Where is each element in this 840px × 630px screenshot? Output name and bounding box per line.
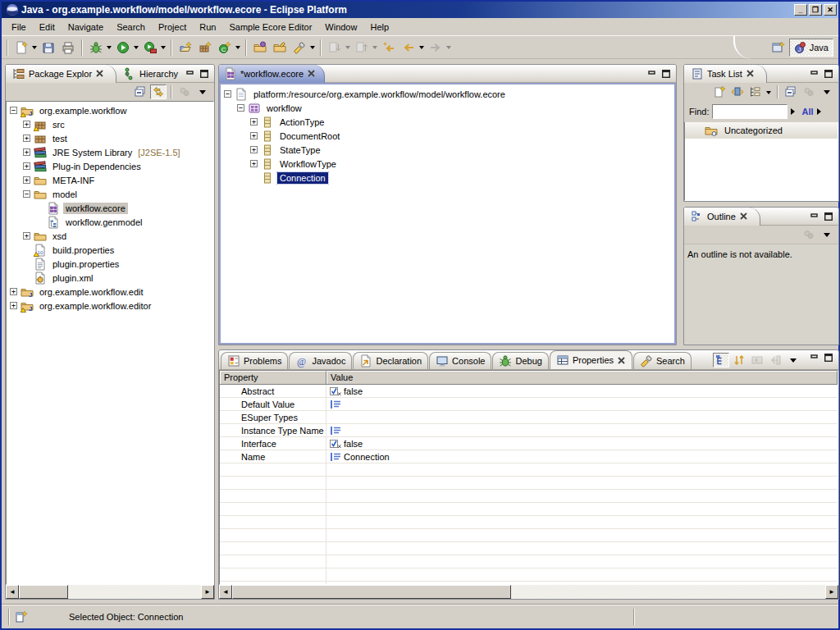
tree-mode-button[interactable] <box>713 353 729 368</box>
view-menu-icon[interactable] <box>819 84 835 99</box>
new-task-button[interactable] <box>711 84 728 99</box>
table-row-empty[interactable] <box>220 463 838 477</box>
menu-file[interactable]: File <box>5 21 33 34</box>
open-type-button[interactable] <box>250 38 270 57</box>
table-row-abstract[interactable]: Abstractfalse <box>220 385 838 398</box>
bottom-hscrollbar[interactable]: ◄ ► <box>219 585 838 599</box>
collapse-toggle-icon[interactable]: − <box>10 107 17 114</box>
editor-item-actiontype[interactable]: +ActionType <box>221 115 674 129</box>
search-button[interactable] <box>290 38 309 57</box>
minimize-view-icon[interactable] <box>809 353 820 363</box>
maximize-view-icon[interactable] <box>199 69 210 79</box>
expand-toggle-icon[interactable]: + <box>250 146 258 153</box>
package-explorer-item-test[interactable]: +test <box>7 131 213 145</box>
debug-button[interactable] <box>86 38 106 57</box>
expand-toggle-icon[interactable]: + <box>250 160 258 167</box>
table-row-empty[interactable] <box>220 529 838 542</box>
save-button[interactable] <box>39 38 58 57</box>
next-annotation-button[interactable] <box>325 38 345 57</box>
tab-properties[interactable]: Properties <box>550 350 632 369</box>
previous-annotation-dropdown-icon[interactable] <box>372 46 377 52</box>
minimize-view-icon[interactable] <box>809 69 820 79</box>
back-button[interactable] <box>399 38 418 57</box>
expand-toggle-icon[interactable]: + <box>23 232 30 240</box>
filter-button[interactable] <box>801 227 817 242</box>
table-row-empty[interactable] <box>220 542 838 555</box>
expand-toggle-icon[interactable]: + <box>23 135 30 142</box>
column-header-value[interactable]: Value <box>326 371 838 384</box>
expand-toggle-icon[interactable]: + <box>250 118 258 126</box>
package-explorer-item-org-example-workflow-edit[interactable]: +Jorg.example.workflow.edit <box>7 285 213 299</box>
minimize-view-icon[interactable] <box>809 212 820 221</box>
expand-toggle-icon[interactable]: + <box>250 132 258 139</box>
expand-toggle-icon[interactable]: + <box>10 302 17 309</box>
new-wizard-dropdown-icon[interactable] <box>32 46 37 52</box>
collapse-toggle-icon[interactable]: − <box>224 90 231 98</box>
tab-task-list[interactable]: Task List <box>684 65 767 83</box>
package-explorer-item-xsd[interactable]: +xsd <box>7 229 213 243</box>
new-emf-project-button[interactable] <box>176 38 195 57</box>
editor-item-statetype[interactable]: +StateType <box>221 143 674 157</box>
tab-package-explorer[interactable]: Package Explor <box>6 65 116 83</box>
tab-declaration[interactable]: Declaration <box>353 352 428 369</box>
tab-debug[interactable]: Debug <box>492 352 548 369</box>
menu-project[interactable]: Project <box>152 21 193 34</box>
tab-outline[interactable]: Outline <box>684 208 760 226</box>
run-button[interactable] <box>113 38 133 57</box>
link-with-editor-button[interactable] <box>150 84 167 99</box>
table-row-empty[interactable] <box>220 503 838 516</box>
editor-item-connection[interactable]: Connection <box>221 171 674 185</box>
categorize-button[interactable] <box>747 84 764 99</box>
scroll-thumb[interactable] <box>232 585 511 599</box>
close-icon[interactable] <box>746 69 755 78</box>
table-row-empty[interactable] <box>220 582 838 584</box>
table-row-empty[interactable] <box>220 477 838 490</box>
java-perspective-button[interactable]: J Java <box>789 39 833 57</box>
run-dropdown-icon[interactable] <box>134 46 139 52</box>
open-perspective-button[interactable] <box>768 39 789 56</box>
scroll-thumb[interactable] <box>19 585 68 599</box>
table-row-empty[interactable] <box>220 555 838 568</box>
package-explorer-item-meta-inf[interactable]: +META-INF <box>7 173 213 187</box>
package-explorer-item-model[interactable]: −model <box>7 187 213 201</box>
find-input[interactable] <box>712 104 788 119</box>
close-icon[interactable] <box>95 69 104 78</box>
next-annotation-dropdown-icon[interactable] <box>345 46 350 52</box>
view-menu-icon[interactable] <box>194 84 211 99</box>
tab-problems[interactable]: Problems <box>221 352 288 369</box>
package-explorer-item-plug-in-dependencies[interactable]: +Plug-in Dependencies <box>7 159 213 173</box>
editor-item-workflow[interactable]: −workflow <box>221 101 674 115</box>
view-menu-icon[interactable] <box>785 353 801 368</box>
scroll-left-icon[interactable]: ◄ <box>219 585 232 599</box>
external-tools-button[interactable] <box>140 38 160 57</box>
table-row-interface[interactable]: Interfacefalse <box>220 437 838 450</box>
editor-item-platform-resource-org-example-workflow-model-workflow-ecore[interactable]: −platform:/resource/org.example.workflow… <box>221 87 674 101</box>
menu-search[interactable]: Search <box>110 21 152 34</box>
menu-navigate[interactable]: Navigate <box>62 21 110 34</box>
package-explorer-item-plugin-properties[interactable]: plugin.properties <box>7 257 213 271</box>
fast-view-icon[interactable] <box>15 610 28 623</box>
tab-hierarchy[interactable]: Hierarchy <box>116 65 185 83</box>
table-row-empty[interactable] <box>220 516 838 529</box>
scroll-left-icon[interactable]: ◄ <box>6 585 19 599</box>
minimize-window-button[interactable]: _ <box>794 4 807 16</box>
package-explorer-hscrollbar[interactable]: ◄ ► <box>6 585 214 599</box>
sort-button[interactable] <box>731 353 747 368</box>
all-scope-arrow-icon[interactable] <box>817 108 824 115</box>
menu-edit[interactable]: Edit <box>33 21 62 34</box>
table-row-default-value[interactable]: Default Value <box>220 398 838 411</box>
new-class-dropdown-icon[interactable] <box>235 46 240 52</box>
package-explorer-item-org-example-workflow-editor[interactable]: +Jorg.example.workflow.editor <box>7 299 213 313</box>
collapse-all-button[interactable] <box>783 84 799 99</box>
menu-run[interactable]: Run <box>193 21 222 34</box>
collapse-toggle-icon[interactable]: − <box>237 104 244 112</box>
synchronize-button[interactable] <box>729 84 746 99</box>
filter-button[interactable] <box>801 84 817 99</box>
find-scope-arrow-icon[interactable] <box>791 108 798 115</box>
tab-javadoc[interactable]: @Javadoc <box>289 352 352 369</box>
scroll-right-icon[interactable]: ► <box>825 585 838 599</box>
filter-button[interactable] <box>176 84 193 99</box>
expand-toggle-icon[interactable]: + <box>23 176 30 184</box>
expand-toggle-icon[interactable]: + <box>10 288 17 295</box>
collapse-toggle-icon[interactable]: − <box>23 190 30 198</box>
